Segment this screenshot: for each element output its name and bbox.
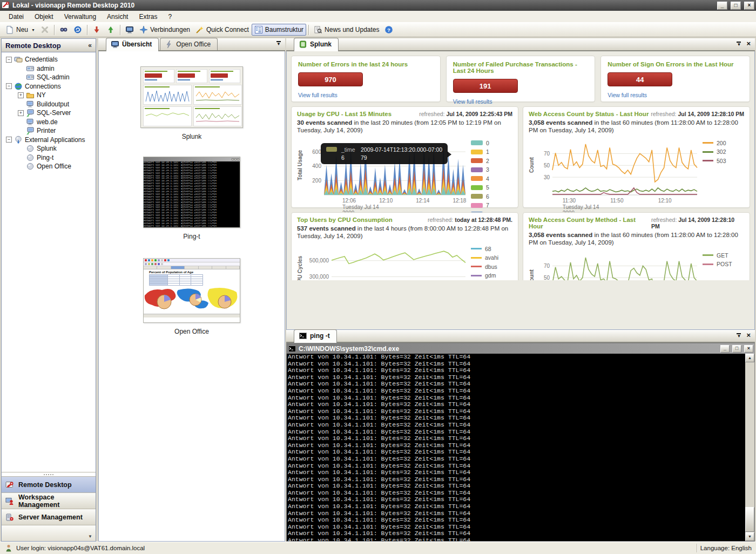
refresh-button[interactable] <box>71 24 85 36</box>
help-button[interactable]: ? <box>382 24 396 36</box>
minus-expander-icon[interactable]: − <box>6 137 12 143</box>
stack-button-workspace-management[interactable]: Workspace Management <box>2 492 96 509</box>
session-button[interactable] <box>123 24 137 36</box>
scroll-thumb[interactable] <box>745 507 754 532</box>
tree-item-connections[interactable]: −Connections <box>3 82 94 91</box>
terminal-output: Antwort von 10.34.1.101: Bytes=32 Zeit<1… <box>287 354 745 541</box>
menu-verwaltung[interactable]: Verwaltung <box>59 11 102 22</box>
menu-ansicht[interactable]: Ansicht <box>102 11 133 22</box>
thumbnail-ping-t[interactable]: Antwort von 10.34.1.101: Bytes=32 Zeit<1… <box>143 157 240 228</box>
kpi-value-button[interactable]: 44 <box>608 72 672 86</box>
verbindungen-button[interactable]: Verbindungen <box>137 24 193 36</box>
scroll-down-icon[interactable]: ▼ <box>745 532 754 541</box>
toolbar-separator <box>120 25 120 35</box>
menu-objekt[interactable]: Objekt <box>29 11 59 22</box>
menu-extras[interactable]: Extras <box>133 11 163 22</box>
chart-summary: 537 events scanned in the last 4 hours (… <box>297 225 512 240</box>
app-item-icon <box>26 144 35 153</box>
thumbnail-splunk[interactable] <box>140 66 243 128</box>
ping-tab-close-icon[interactable]: × <box>746 333 751 338</box>
tab-splunk[interactable]: Splunk <box>294 38 339 51</box>
terminal-line: Antwort von 10.34.1.101: Bytes=32 Zeit<1… <box>288 469 745 476</box>
ping-tab-dropdown-icon[interactable]: ▼ <box>737 333 741 338</box>
tab-ping-t[interactable]: ping -t <box>294 329 337 343</box>
minimize-button[interactable]: _ <box>717 2 727 10</box>
plus-expander-icon[interactable]: + <box>18 110 24 116</box>
tree-item-open-office[interactable]: Open Office <box>3 162 94 171</box>
legend-label: 4 <box>486 175 489 182</box>
tree-item-external-applications[interactable]: −External Applications <box>3 136 94 145</box>
view-full-results-link[interactable]: View full results <box>453 98 589 105</box>
minus-expander-icon[interactable]: − <box>6 57 12 63</box>
quick-connect-button[interactable]: Quick Connect <box>193 24 252 36</box>
tree-item-sql-admin[interactable]: SQL-admin <box>3 73 94 82</box>
cmd-minimize-button[interactable]: _ <box>720 345 730 353</box>
tree-item-printer[interactable]: Printer <box>3 126 94 136</box>
kpi-value-button[interactable]: 191 <box>453 79 518 93</box>
legend-swatch <box>471 140 483 145</box>
splitter-handle[interactable] <box>2 472 96 476</box>
kpi-value-button[interactable]: 970 <box>298 72 363 86</box>
cmd-close-button[interactable]: × <box>744 345 753 353</box>
chart-plot: 30507011:30Tuesday Jul 14200911:5012:10 <box>536 136 700 217</box>
sidebar-collapse-icon[interactable]: « <box>88 42 92 49</box>
thumbnail-open-office[interactable]: Percent of Population of Age <box>143 258 240 323</box>
chart-title: Web Access Count by Status - Last Hour <box>529 111 649 117</box>
tree-item-web-de[interactable]: web.de <box>3 118 94 127</box>
terminal-line: Antwort von 10.34.1.101: Bytes=32 Zeit<1… <box>288 401 745 408</box>
expander-spacer <box>18 101 24 107</box>
legend-entry-dbus: dbus <box>471 264 510 270</box>
tree-item-ping-t[interactable]: Ping-t <box>3 153 94 163</box>
menu-item[interactable]: ? <box>163 11 177 22</box>
terminal-scrollbar[interactable]: ▲ ▼ <box>745 354 754 541</box>
tab-list-dropdown-icon[interactable]: ▼ <box>276 41 281 46</box>
news-und-updates-button[interactable]: News und Updates <box>311 24 382 36</box>
chart-row-2: Top Users by CPU Consumptionrefreshed: t… <box>291 212 750 280</box>
stack-options-icon[interactable]: ▼ <box>88 534 92 539</box>
application-icon <box>14 136 23 144</box>
terminal-line: Antwort von 10.34.1.101: Bytes=32 Zeit<1… <box>288 354 745 361</box>
tree-item-ny[interactable]: +NY <box>3 91 94 100</box>
menu-datei[interactable]: Datei <box>3 11 29 22</box>
splunk-tab-close-icon[interactable]: × <box>746 41 751 46</box>
view-full-results-link[interactable]: View full results <box>298 92 434 98</box>
kpi-title: Number of Errors in the last 24 hours <box>298 61 434 67</box>
chart-header: Top Users by CPU Consumptionrefreshed: t… <box>297 217 512 223</box>
chart-title: Usage by CPU - Last 15 Minutes <box>297 111 392 117</box>
legend-label: POST <box>717 261 732 267</box>
view-full-results-link[interactable]: View full results <box>608 92 743 98</box>
tree-item-sql-server[interactable]: +SQL-Server <box>3 109 94 118</box>
plus-expander-icon[interactable]: + <box>18 92 24 98</box>
tab-open-office[interactable]: Open Office <box>160 38 218 50</box>
computer-icon <box>26 118 35 126</box>
baumstruktur-button[interactable]: Baumstruktur <box>252 24 306 36</box>
legend-entry-gdm: gdm <box>471 272 510 279</box>
delete-button[interactable] <box>38 24 52 36</box>
scroll-up-icon[interactable]: ▲ <box>745 354 754 362</box>
tab-uebersicht[interactable]: Übersicht <box>106 38 159 51</box>
stack-button-remote-desktop[interactable]: Remote Desktop <box>2 476 96 492</box>
find-button[interactable] <box>57 24 71 36</box>
legend-label: dbus <box>485 264 497 270</box>
stack-footer: ▼ <box>2 525 96 541</box>
export-button[interactable] <box>104 24 118 36</box>
tree-item-buildoutput[interactable]: Buildoutput <box>3 100 94 109</box>
legend-entry-1: 1 <box>471 148 510 155</box>
tree-item-credentials[interactable]: −Credentials <box>3 55 94 64</box>
tree-item-admin[interactable]: admin <box>3 64 94 73</box>
minus-expander-icon[interactable]: − <box>6 83 12 89</box>
splunk-tab-dropdown-icon[interactable]: ▼ <box>737 42 741 46</box>
import-button[interactable] <box>90 24 104 36</box>
close-button[interactable]: × <box>744 2 754 10</box>
legend-label: 0 <box>486 140 489 146</box>
legend-entry-68: 68 <box>471 246 510 252</box>
tree-item-label: Connections <box>25 83 61 90</box>
cmd-restore-button[interactable]: □ <box>732 345 741 353</box>
legend-swatch <box>471 257 482 259</box>
stack-button-server-management[interactable]: Server Management <box>2 509 96 525</box>
restore-button[interactable]: □ <box>731 2 741 10</box>
tree-item-splunk[interactable]: Splunk <box>3 144 94 153</box>
new-button[interactable]: Neu▼ <box>3 24 38 36</box>
cmd-window: C:\WINDOWS\system32\cmd.exe _ □ × Antwor… <box>286 343 755 542</box>
tree-item-label: SQL-Server <box>37 109 71 117</box>
